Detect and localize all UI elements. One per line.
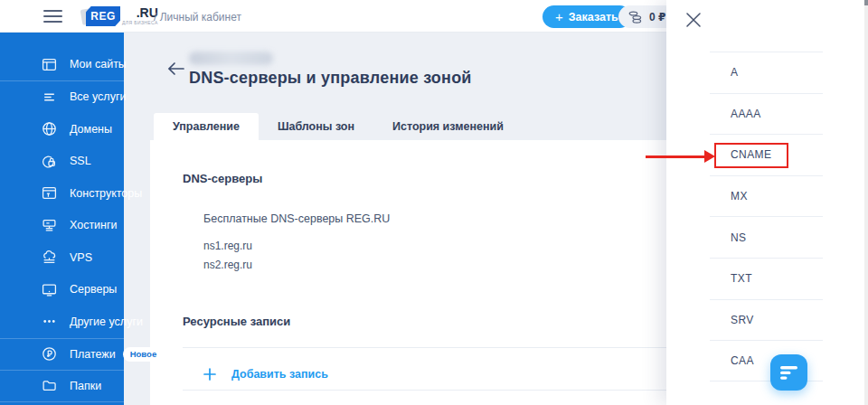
hosting-icon bbox=[42, 218, 57, 233]
close-icon[interactable] bbox=[685, 12, 702, 28]
add-record-button[interactable]: Добавить запись bbox=[203, 362, 328, 387]
server-monitor-icon bbox=[42, 282, 57, 297]
record-type-mx[interactable]: MX bbox=[710, 175, 823, 217]
tab-change-history[interactable]: История изменений bbox=[373, 113, 523, 140]
tab-bar: Управление Шаблоны зон История изменений bbox=[154, 113, 523, 140]
record-type-srv[interactable]: SRV bbox=[710, 299, 823, 341]
add-record-label: Добавить запись bbox=[231, 368, 328, 381]
coins-icon bbox=[627, 10, 643, 24]
reg-ru-logo[interactable]: REG .RU для бизнеса bbox=[86, 6, 158, 26]
tab-zone-templates[interactable]: Шаблоны зон bbox=[259, 113, 373, 140]
reg-ru-dashboard: REG .RU для бизнеса / Личный кабинет + З… bbox=[0, 0, 868, 405]
record-type-cname[interactable]: CNAME bbox=[710, 134, 823, 175]
plus-icon bbox=[203, 368, 216, 381]
page-title: DNS-серверы и управление зоной bbox=[189, 69, 472, 88]
sidebar-item-my-sites[interactable]: Мои сайты bbox=[0, 49, 124, 81]
nameserver-2: ns2.reg.ru bbox=[203, 259, 252, 271]
sidebar-item-vps[interactable]: VPS bbox=[0, 241, 124, 274]
feedback-fab-button[interactable] bbox=[770, 354, 807, 391]
back-arrow-icon[interactable] bbox=[167, 61, 185, 76]
dns-servers-heading: DNS-серверы bbox=[183, 172, 262, 185]
sidebar-item-hostings[interactable]: Хостинги bbox=[0, 210, 124, 242]
sidebar-item-servers[interactable]: Серверы bbox=[0, 274, 124, 306]
sites-icon bbox=[42, 57, 57, 72]
sidebar-item-constructors[interactable]: Конструкторы bbox=[0, 177, 124, 210]
sidebar-item-folders[interactable]: Папки bbox=[0, 370, 124, 402]
dns-provider-label: Бесплатные DNS-серверы REG.RU bbox=[203, 212, 390, 225]
breadcrumb: / Личный кабинет bbox=[154, 11, 241, 24]
balance-amount: 0 ₽ bbox=[649, 11, 665, 24]
tab-management[interactable]: Управление bbox=[154, 113, 259, 140]
list-lines-icon bbox=[780, 366, 798, 380]
folder-icon bbox=[42, 378, 57, 393]
page-scrollbar[interactable] bbox=[864, 0, 868, 405]
services-list-icon bbox=[42, 89, 57, 105]
record-type-aaaa[interactable]: AAAA bbox=[710, 93, 823, 135]
new-badge: Новое bbox=[123, 347, 164, 362]
sidebar-item-other-services[interactable]: Другие услуги bbox=[0, 306, 124, 338]
logo-reg-mark: REG bbox=[86, 6, 120, 26]
constructor-icon bbox=[42, 185, 57, 201]
sidebar-item-ssl[interactable]: SSL bbox=[0, 146, 124, 178]
redacted-domain-name bbox=[189, 52, 273, 65]
ssl-lock-icon bbox=[42, 154, 57, 169]
sidebar-item-domains[interactable]: Домены bbox=[0, 113, 124, 146]
record-type-panel: A AAAA CNAME MX NS TXT SRV CAA bbox=[666, 0, 868, 405]
ellipsis-icon bbox=[42, 314, 57, 329]
record-type-ns[interactable]: NS bbox=[710, 216, 823, 258]
ruble-icon bbox=[42, 346, 57, 362]
resource-records-heading: Ресурсные записи bbox=[183, 315, 290, 328]
order-button-label: Заказать bbox=[569, 11, 618, 24]
plus-icon: + bbox=[555, 10, 563, 24]
globe-icon bbox=[42, 121, 57, 137]
sidebar: Мои сайты Все услуги Домены SSL Кон bbox=[0, 33, 124, 405]
record-type-list: A AAAA CNAME MX NS TXT SRV CAA bbox=[710, 52, 823, 381]
nameserver-1: ns1.reg.ru bbox=[203, 240, 252, 252]
vps-cloud-icon bbox=[42, 250, 57, 265]
sidebar-item-payments[interactable]: Платежи Новое bbox=[0, 338, 124, 371]
sidebar-item-all-services[interactable]: Все услуги bbox=[0, 81, 124, 114]
logo-tagline: для бизнеса bbox=[122, 20, 158, 25]
record-type-a[interactable]: A bbox=[710, 52, 823, 93]
hamburger-menu-icon[interactable] bbox=[43, 10, 62, 23]
record-type-txt[interactable]: TXT bbox=[710, 258, 823, 299]
scrollbar-arrow[interactable] bbox=[864, 0, 868, 5]
